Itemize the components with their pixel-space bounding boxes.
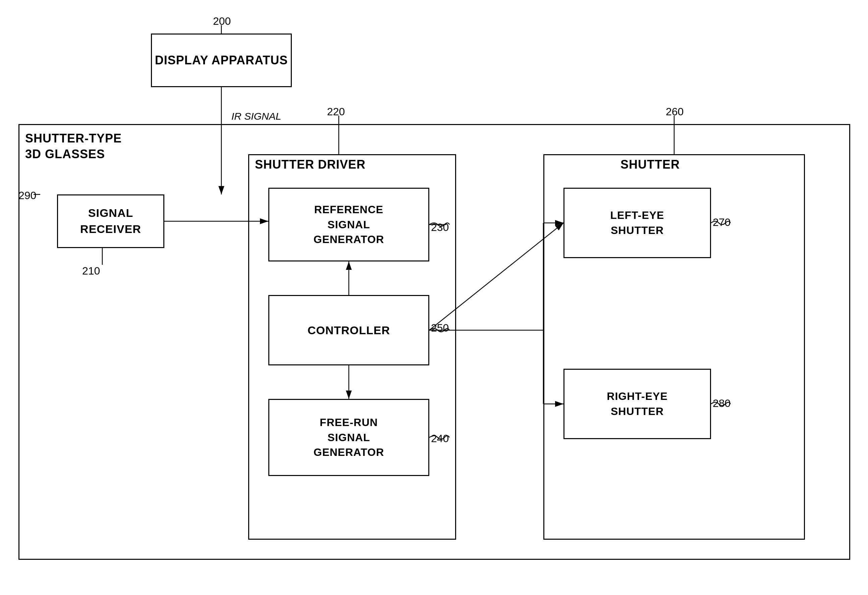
label-250: 250 xyxy=(431,322,449,334)
free-run-sig-gen-box: FREE-RUN SIGNAL GENERATOR xyxy=(268,399,429,476)
label-280: 280 xyxy=(713,397,731,409)
signal-receiver-label: SIGNAL RECEIVER xyxy=(80,205,141,237)
display-apparatus-box: DISPLAY APPARATUS xyxy=(151,34,292,87)
label-230: 230 xyxy=(431,221,449,234)
ref-sig-gen-label: REFERENCE SIGNAL GENERATOR xyxy=(314,202,384,247)
label-240: 240 xyxy=(431,432,449,445)
shutter-3d-glasses-label: SHUTTER-TYPE 3D GLASSES xyxy=(25,131,122,162)
label-290: 290 xyxy=(18,189,36,202)
shutter-label: SHUTTER xyxy=(620,158,680,172)
ref-sig-gen-box: REFERENCE SIGNAL GENERATOR xyxy=(268,188,429,261)
label-200: 200 xyxy=(213,15,231,28)
ir-signal-label: IR SIGNAL xyxy=(232,110,281,122)
left-eye-shutter-box: LEFT-EYE SHUTTER xyxy=(564,188,711,258)
label-220: 220 xyxy=(327,106,345,118)
free-run-sig-gen-label: FREE-RUN SIGNAL GENERATOR xyxy=(314,415,384,460)
label-260: 260 xyxy=(666,106,683,118)
label-270: 270 xyxy=(713,216,731,228)
display-apparatus-label: DISPLAY APPARATUS xyxy=(155,53,288,68)
right-eye-shutter-box: RIGHT-EYE SHUTTER xyxy=(564,369,711,439)
right-eye-shutter-label: RIGHT-EYE SHUTTER xyxy=(607,389,667,419)
label-210: 210 xyxy=(82,265,100,277)
controller-box: CONTROLLER xyxy=(268,295,429,365)
diagram: 200 DISPLAY APPARATUS IR SIGNAL 290 SHUT… xyxy=(0,0,868,595)
controller-label: CONTROLLER xyxy=(307,324,390,337)
left-eye-shutter-label: LEFT-EYE SHUTTER xyxy=(610,208,664,238)
signal-receiver-box: SIGNAL RECEIVER xyxy=(57,194,164,248)
shutter-driver-label: SHUTTER DRIVER xyxy=(255,158,366,172)
